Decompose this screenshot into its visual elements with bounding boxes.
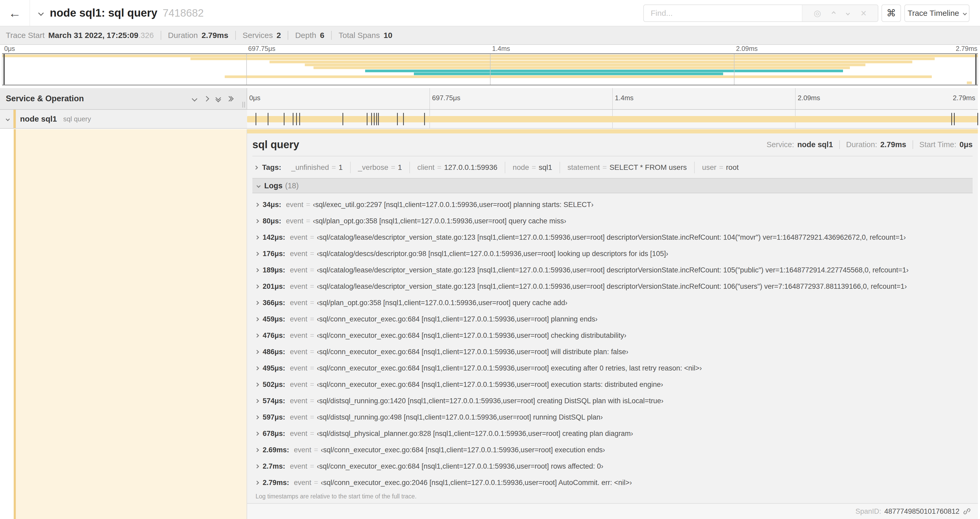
span-duration-bar[interactable] bbox=[247, 116, 978, 122]
log-row[interactable]: 142μs:event=‹sql/catalog/lease/descripto… bbox=[252, 229, 973, 246]
log-row[interactable]: 476μs:event=‹sql/conn_executor_exec.go:6… bbox=[252, 327, 973, 343]
log-timestamp: 597μs: bbox=[262, 413, 285, 422]
log-expand-icon[interactable] bbox=[255, 366, 259, 370]
ruler-tick-label: 2.09ms bbox=[795, 88, 978, 109]
span-collapse-icon[interactable] bbox=[6, 117, 10, 121]
logs-section-header[interactable]: Logs (18) bbox=[252, 178, 973, 193]
log-expand-icon[interactable] bbox=[255, 301, 259, 305]
log-row[interactable]: 2.69ms:event=‹sql/conn_executor_exec.go:… bbox=[252, 442, 973, 458]
log-field-key: event bbox=[286, 217, 304, 225]
log-row[interactable]: 176μs:event=‹sql/catalog/descs/descripto… bbox=[252, 246, 973, 262]
log-row[interactable]: 459μs:event=‹sql/conn_executor_exec.go:6… bbox=[252, 311, 973, 327]
log-expand-icon[interactable] bbox=[255, 219, 259, 223]
log-timestamp: 142μs: bbox=[262, 233, 285, 241]
log-row[interactable]: 2.79ms:event=‹sql/conn_executor_exec.go:… bbox=[252, 474, 973, 491]
find-next-icon[interactable] bbox=[846, 11, 850, 15]
span-color-accent bbox=[13, 110, 16, 128]
log-marker-tick[interactable] bbox=[376, 113, 377, 125]
log-marker-tick[interactable] bbox=[371, 113, 372, 125]
log-field-key: event bbox=[290, 364, 307, 372]
collapse-trace-icon[interactable] bbox=[38, 10, 44, 16]
clear-find-icon[interactable]: × bbox=[861, 8, 867, 18]
log-timestamp: 2.69ms: bbox=[262, 446, 289, 454]
log-expand-icon[interactable] bbox=[255, 464, 259, 468]
tags-section[interactable]: Tags: _unfinished=1_verbose=1client=127.… bbox=[252, 162, 973, 173]
log-marker-tick[interactable] bbox=[424, 113, 425, 125]
log-row[interactable]: 486μs:event=‹sql/conn_executor_exec.go:6… bbox=[252, 343, 973, 360]
trace-minimap[interactable] bbox=[2, 53, 978, 85]
log-row[interactable]: 502μs:event=‹sql/conn_executor_exec.go:6… bbox=[252, 376, 973, 393]
log-expand-icon[interactable] bbox=[255, 382, 259, 386]
log-row[interactable]: 2.7ms:event=‹sql/conn_executor_exec.go:6… bbox=[252, 458, 973, 474]
log-expand-icon[interactable] bbox=[255, 333, 259, 338]
log-marker-tick[interactable] bbox=[299, 113, 300, 125]
log-expand-icon[interactable] bbox=[255, 481, 259, 485]
log-marker-tick[interactable] bbox=[342, 113, 343, 125]
log-expand-icon[interactable] bbox=[255, 203, 259, 207]
log-marker-tick[interactable] bbox=[256, 113, 256, 125]
logs-collapse-icon[interactable] bbox=[256, 184, 261, 188]
log-marker-tick[interactable] bbox=[293, 113, 293, 125]
log-marker-tick[interactable] bbox=[397, 113, 398, 125]
ruler-tick-label: 697.75μs bbox=[430, 88, 612, 109]
column-resizer-handle[interactable] bbox=[242, 102, 245, 108]
log-expand-icon[interactable] bbox=[255, 448, 259, 452]
find-prev-icon[interactable] bbox=[832, 11, 836, 15]
minimap-left-scrubber-handle[interactable] bbox=[3, 54, 5, 85]
expand-all-icon[interactable] bbox=[228, 97, 232, 101]
log-timestamp: 495μs: bbox=[262, 364, 285, 372]
log-timestamp: 189μs: bbox=[262, 266, 285, 274]
span-name-cell[interactable]: node sql1 sql query bbox=[0, 110, 247, 128]
log-row[interactable]: 574μs:event=‹sql/distsql_running.go:1420… bbox=[252, 393, 973, 409]
log-expand-icon[interactable] bbox=[255, 252, 259, 256]
log-field-value: ‹sql/conn_executor_exec.go:684 [nsql1,cl… bbox=[317, 462, 603, 471]
log-field-value: ‹sql/distsql_physical_planner.go:828 [ns… bbox=[317, 430, 633, 438]
back-button[interactable]: ← bbox=[0, 0, 30, 26]
collapse-all-icon[interactable] bbox=[216, 97, 220, 101]
log-marker-tick[interactable] bbox=[374, 113, 375, 125]
log-marker-tick[interactable] bbox=[977, 113, 978, 125]
tags-expand-icon[interactable] bbox=[254, 165, 258, 169]
log-field-key: event bbox=[290, 380, 307, 389]
log-expand-icon[interactable] bbox=[255, 399, 259, 403]
log-timestamp: 366μs: bbox=[262, 299, 285, 307]
log-row[interactable]: 34μs:event=‹sql/exec_util.go:2297 [nsql1… bbox=[252, 196, 973, 213]
log-expand-icon[interactable] bbox=[255, 284, 259, 289]
keyboard-shortcuts-button[interactable]: ⌘ bbox=[881, 5, 901, 22]
locate-icon[interactable]: ◎ bbox=[814, 9, 821, 18]
view-selector-button[interactable]: Trace Timeline bbox=[904, 5, 969, 22]
minimap-right-scrubber-handle[interactable] bbox=[975, 54, 977, 85]
log-row[interactable]: 366μs:event=‹sql/plan_opt.go:358 [nsql1,… bbox=[252, 295, 973, 311]
log-marker-tick[interactable] bbox=[378, 113, 379, 125]
log-expand-icon[interactable] bbox=[255, 235, 259, 240]
log-row[interactable]: 495μs:event=‹sql/conn_executor_exec.go:6… bbox=[252, 360, 973, 376]
log-expand-icon[interactable] bbox=[255, 268, 259, 272]
span-row[interactable]: node sql1 sql query bbox=[0, 110, 978, 129]
log-row[interactable]: 678μs:event=‹sql/distsql_physical_planne… bbox=[252, 425, 973, 442]
log-expand-icon[interactable] bbox=[255, 431, 259, 436]
log-marker-tick[interactable] bbox=[296, 113, 297, 125]
expand-one-icon[interactable] bbox=[204, 96, 209, 101]
minimap-gridline bbox=[246, 54, 247, 85]
minimap-span-bar bbox=[305, 64, 865, 66]
log-row[interactable]: 80μs:event=‹sql/plan_opt.go:358 [nsql1,c… bbox=[252, 213, 973, 229]
collapse-one-icon[interactable] bbox=[192, 96, 197, 101]
log-marker-tick[interactable] bbox=[951, 113, 952, 125]
log-marker-tick[interactable] bbox=[268, 113, 269, 125]
log-row[interactable]: 597μs:event=‹sql/distsql_running.go:498 … bbox=[252, 409, 973, 425]
log-marker-tick[interactable] bbox=[954, 113, 955, 125]
log-field-key: event bbox=[290, 430, 307, 438]
log-row[interactable]: 189μs:event=‹sql/catalog/lease/descripto… bbox=[252, 262, 973, 278]
log-row[interactable]: 201μs:event=‹sql/catalog/lease/descripto… bbox=[252, 278, 973, 295]
logs-label: Logs bbox=[264, 181, 282, 190]
start-time-meta: Start Time: 0μs bbox=[913, 140, 973, 149]
log-expand-icon[interactable] bbox=[255, 350, 259, 354]
log-expand-icon[interactable] bbox=[255, 317, 259, 321]
copy-link-icon[interactable] bbox=[963, 507, 971, 516]
log-marker-tick[interactable] bbox=[284, 113, 285, 125]
find-input[interactable]: Find... bbox=[644, 5, 802, 21]
log-marker-tick[interactable] bbox=[367, 113, 368, 125]
log-marker-tick[interactable] bbox=[403, 113, 404, 125]
log-expand-icon[interactable] bbox=[255, 415, 259, 419]
span-timeline-cell[interactable] bbox=[247, 110, 978, 128]
